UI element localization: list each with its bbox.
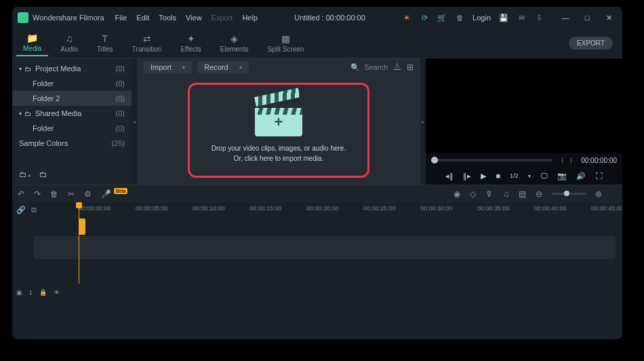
cut-button[interactable]: ✂: [68, 189, 75, 199]
timeline-area: 🔗 ⧉ 00:00:00:0000:00:05:0000:00:10:0000:…: [12, 202, 622, 297]
snapshot-icon[interactable]: 📷: [557, 172, 567, 180]
lock-icon[interactable]: 🔒: [39, 289, 47, 296]
video-track-1[interactable]: [34, 236, 616, 259]
folder-icon: 🗀: [24, 65, 31, 73]
sidebar-item-folder2[interactable]: Folder 2(0): [12, 91, 132, 106]
media-dropzone[interactable]: + Drop your video clips, images, or audi…: [137, 76, 420, 185]
voiceover-icon[interactable]: 🎤: [101, 189, 111, 199]
sidebar-item-folder-shared[interactable]: Folder(0): [12, 121, 132, 136]
music-icon[interactable]: ♫: [503, 189, 509, 199]
collapse-preview-handle[interactable]: ▸: [420, 58, 426, 185]
progress-handle[interactable]: [431, 157, 438, 164]
menu-help[interactable]: Help: [242, 14, 258, 22]
save-icon[interactable]: 💾: [499, 13, 508, 22]
playhead[interactable]: [79, 202, 79, 284]
preview-screen: [426, 58, 622, 153]
login-link[interactable]: Login: [472, 14, 491, 22]
tab-elements[interactable]: ◈Elements: [214, 31, 256, 56]
sidebar-item-sample-colors[interactable]: Sample Colors(25): [12, 136, 132, 151]
app-name: Wondershare Filmora: [33, 14, 104, 22]
settings-icon[interactable]: ⚙: [84, 189, 92, 199]
titlebar: Wondershare Filmora File Edit Tools View…: [12, 7, 622, 28]
ruler-tick: 00:00:00:00: [79, 205, 111, 212]
text-icon: T: [102, 33, 108, 44]
close-button[interactable]: ✕: [601, 14, 617, 22]
redo-button[interactable]: ↷: [34, 189, 41, 199]
mark-out-icon[interactable]: ｝: [569, 156, 576, 165]
track-controls: ▣ 1 🔒 👁: [16, 289, 60, 296]
effects-icon: ✦: [187, 33, 195, 44]
import-dropdown[interactable]: Import▾: [144, 61, 192, 73]
filter-icon[interactable]: ⏃: [393, 62, 401, 72]
render-icon[interactable]: ◉: [454, 189, 460, 199]
delete-button[interactable]: 🗑: [50, 189, 58, 199]
zoom-ratio[interactable]: 1/2: [510, 172, 519, 179]
track-collapse[interactable]: ▣: [16, 289, 22, 296]
undo-button[interactable]: ↶: [18, 189, 24, 199]
tab-transition[interactable]: ⇄Transition: [125, 31, 169, 56]
sidebar-item-folder[interactable]: Folder(0): [12, 76, 132, 91]
cart-icon[interactable]: 🛒: [437, 13, 447, 22]
visibility-icon[interactable]: 👁: [54, 289, 60, 296]
minimize-button[interactable]: —: [557, 14, 573, 22]
tab-media[interactable]: 📁Media: [16, 30, 48, 56]
mic-icon[interactable]: 🎙: [485, 189, 494, 199]
menu-view[interactable]: View: [186, 14, 202, 22]
fullscreen-icon[interactable]: ⛶: [595, 172, 603, 180]
maximize-button[interactable]: □: [579, 14, 595, 22]
tab-audio[interactable]: ♫Audio: [54, 31, 85, 56]
folder-icon[interactable]: 🗀: [39, 170, 47, 179]
menu-edit[interactable]: Edit: [136, 14, 149, 22]
search-field[interactable]: 🔍Search: [350, 63, 388, 72]
main-row: ▾🗀Project Media(0) Folder(0) Folder 2(0)…: [12, 58, 622, 185]
beta-badge: Beta: [114, 188, 127, 194]
progress-bar[interactable]: [431, 159, 552, 162]
tracks-area[interactable]: ▣ 1 🔒 👁: [12, 217, 622, 297]
new-folder-icon[interactable]: 🗀₊: [19, 170, 31, 179]
timeline-ruler[interactable]: 🔗 ⧉ 00:00:00:0000:00:05:0000:00:10:0000:…: [12, 202, 622, 217]
play-button[interactable]: ▶: [481, 172, 486, 180]
zoom-handle[interactable]: [564, 191, 569, 196]
grid-view-icon[interactable]: ⊞: [407, 62, 414, 72]
dropzone-highlight: + Drop your video clips, images, or audi…: [188, 83, 369, 178]
tab-effects[interactable]: ✦Effects: [174, 31, 207, 56]
mixer-icon[interactable]: ▤: [519, 189, 526, 199]
prev-frame-button[interactable]: ◂‖: [445, 172, 454, 180]
next-frame-button[interactable]: ‖▸: [463, 172, 471, 180]
preview-panel: ｛ ｝ 00:00:00:00 ◂‖ ‖▸ ▶ ■ 1/2 ▾ 🖵 📷 🔊 ⛶: [426, 58, 622, 185]
refresh-icon[interactable]: ⟳: [420, 13, 429, 22]
tab-titles[interactable]: TTitles: [90, 31, 120, 56]
collapse-sidebar-handle[interactable]: ◂: [132, 58, 137, 185]
zoom-slider[interactable]: [552, 193, 586, 195]
chevron-down-icon[interactable]: ▾: [528, 173, 531, 179]
clapperboard-icon: +: [255, 97, 302, 136]
zoom-in-button[interactable]: ⊕: [595, 189, 602, 199]
folder-icon: 📁: [26, 33, 38, 43]
ruler-tick: 00:00:15:00: [249, 205, 282, 212]
display-icon[interactable]: 🖵: [540, 172, 548, 180]
marker-icon[interactable]: ◇: [470, 189, 476, 199]
tab-split-screen[interactable]: ▦Split Screen: [260, 31, 310, 56]
sidebar-item-shared-media[interactable]: ▾🗀Shared Media(0): [12, 106, 132, 121]
trash-icon[interactable]: 🗑: [455, 13, 464, 22]
record-dropdown[interactable]: Record▾: [197, 61, 248, 73]
sidebar-item-project-media[interactable]: ▾🗀Project Media(0): [12, 61, 132, 76]
mark-in-icon[interactable]: ｛: [558, 156, 564, 165]
chevron-down-icon: ▾: [182, 64, 185, 71]
ruler-tick: 00:00:35:00: [477, 205, 510, 212]
titlebar-right: ☀ ⟳ 🛒 🗑 Login 💾 ✉ ⇩ — □ ✕: [402, 13, 617, 22]
volume-icon[interactable]: 🔊: [576, 172, 586, 180]
download-icon[interactable]: ⇩: [534, 13, 544, 22]
media-toolbar: Import▾ Record▾ 🔍Search ⏃ ⊞: [137, 58, 420, 76]
menu-file[interactable]: File: [115, 14, 127, 22]
clip-fragment[interactable]: [79, 218, 85, 235]
menu-tools[interactable]: Tools: [159, 14, 176, 22]
stop-button[interactable]: ■: [496, 172, 500, 180]
link-icon[interactable]: 🔗: [16, 206, 26, 214]
project-title: Untitled : 00:00:00:00: [258, 14, 402, 22]
mail-icon[interactable]: ✉: [517, 13, 526, 22]
chain-icon[interactable]: ⧉: [31, 206, 37, 214]
sun-icon[interactable]: ☀: [402, 13, 411, 22]
zoom-out-button[interactable]: ⊖: [536, 189, 542, 199]
export-button[interactable]: EXPORT: [569, 37, 613, 50]
